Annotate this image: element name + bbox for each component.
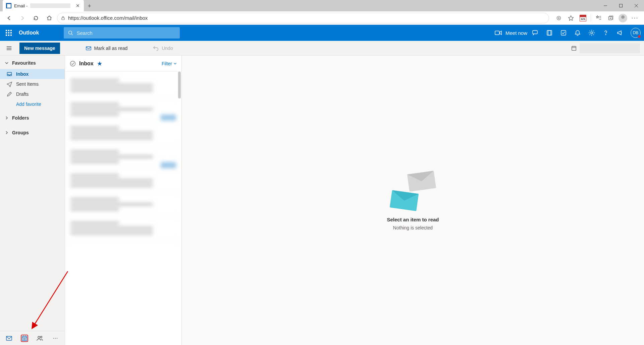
module-mail-button[interactable] [5, 335, 13, 342]
filter-button[interactable]: Filter [162, 61, 177, 66]
commandbar-redacted [580, 43, 640, 53]
tips-icon[interactable] [560, 29, 567, 36]
chevron-right-icon [5, 116, 9, 120]
collections-button[interactable] [605, 12, 616, 24]
brand-label[interactable]: Outlook [19, 30, 39, 36]
mark-all-read-label: Mark all as read [94, 46, 128, 51]
add-page-button[interactable] [553, 12, 565, 24]
tab-close-icon[interactable]: ✕ [75, 3, 80, 8]
module-more-button[interactable]: ··· [52, 335, 59, 342]
lock-icon [61, 16, 65, 20]
message-item-redacted[interactable] [68, 121, 178, 145]
message-list[interactable] [65, 72, 181, 345]
message-item-redacted[interactable] [68, 193, 178, 216]
module-calendar-button[interactable] [21, 335, 28, 342]
help-icon[interactable] [602, 29, 609, 36]
envelope-grey-icon [407, 170, 436, 192]
select-all-icon[interactable] [70, 61, 76, 67]
nav-item-sent[interactable]: Sent Items [0, 79, 65, 89]
svg-rect-20 [533, 30, 537, 34]
svg-point-45 [70, 61, 75, 66]
app-launcher-button[interactable] [3, 27, 14, 38]
nav-refresh-button[interactable] [30, 12, 42, 24]
search-box[interactable] [64, 27, 180, 39]
nav-item-inbox[interactable]: Inbox [0, 69, 65, 79]
nav-item-drafts[interactable]: Drafts [0, 89, 65, 99]
svg-line-35 [34, 271, 68, 325]
message-list-pane: Inbox ★ Filter [65, 56, 182, 345]
favourites-label: Favourites [12, 60, 36, 66]
toolbar-divider [591, 14, 591, 22]
favourites-header[interactable]: Favourites [0, 57, 65, 69]
chevron-down-icon [5, 61, 9, 65]
my-day-icon[interactable] [546, 29, 553, 36]
groups-label: Groups [12, 130, 29, 135]
megaphone-icon[interactable] [616, 29, 623, 36]
window-close-button[interactable] [629, 0, 644, 11]
settings-icon[interactable] [588, 29, 595, 36]
empty-state-illustration [389, 170, 436, 211]
window-maximize-button[interactable] [613, 0, 629, 11]
add-favorite-link[interactable]: Add favorite [0, 99, 65, 109]
profile-button[interactable] [617, 12, 629, 24]
nav-item-label: Drafts [16, 91, 29, 97]
empty-state-sub: Nothing is selected [393, 225, 433, 230]
teams-chat-icon[interactable] [532, 29, 539, 36]
svg-rect-21 [547, 30, 552, 35]
favorite-star-button[interactable] [565, 12, 577, 24]
calendar-extension-icon[interactable]: 121 [577, 12, 589, 24]
pencil-icon [7, 91, 12, 97]
nav-toggle-button[interactable] [4, 43, 14, 53]
mark-all-read-button[interactable]: Mark all as read [86, 45, 128, 51]
browser-titlebar: Email - ✕ + [0, 0, 644, 11]
chevron-right-icon [5, 131, 9, 135]
list-title: Inbox [79, 61, 94, 67]
groups-header[interactable]: Groups [0, 127, 65, 139]
svg-rect-4 [62, 18, 64, 20]
svg-rect-22 [548, 30, 551, 35]
module-switcher: ··· [0, 331, 65, 345]
scrollbar-thumb[interactable] [178, 72, 181, 98]
favorite-star-icon[interactable]: ★ [97, 60, 102, 67]
nav-back-button[interactable] [3, 12, 15, 24]
svg-rect-36 [6, 336, 12, 340]
reading-pane: Select an item to read Nothing is select… [182, 56, 644, 345]
message-item-redacted[interactable] [68, 74, 178, 97]
message-item-redacted[interactable] [68, 145, 178, 169]
meet-now-button[interactable]: Meet now [495, 30, 527, 36]
svg-point-24 [591, 32, 593, 34]
browser-tab[interactable]: Email - ✕ [3, 0, 84, 11]
send-icon [7, 81, 12, 87]
browser-right-icons: 121 ··· [553, 12, 641, 24]
nav-item-label: Inbox [16, 71, 29, 77]
svg-line-17 [72, 34, 73, 35]
folders-header[interactable]: Folders [0, 112, 65, 124]
add-favorite-label: Add favorite [16, 101, 41, 107]
undo-button[interactable]: Undo [153, 45, 173, 51]
undo-icon [153, 45, 159, 51]
browser-menu-button[interactable]: ··· [629, 12, 641, 24]
new-tab-button[interactable]: + [84, 1, 95, 11]
window: Email - ✕ + https://outlook.office.com/m… [0, 0, 644, 345]
module-people-button[interactable] [36, 335, 44, 342]
meet-now-label: Meet now [505, 30, 527, 36]
outlook-favicon-icon [6, 3, 11, 8]
svg-point-16 [69, 31, 72, 34]
favorites-list-button[interactable] [593, 12, 604, 24]
window-minimize-button[interactable] [598, 0, 613, 11]
nav-forward-button[interactable] [17, 12, 28, 24]
svg-rect-23 [561, 30, 566, 35]
message-list-header: Inbox ★ Filter [65, 56, 181, 72]
address-bar[interactable]: https://outlook.office.com/mail/inbox [57, 13, 549, 23]
waffle-icon [6, 30, 12, 36]
notifications-icon[interactable] [574, 29, 581, 36]
search-input[interactable] [76, 30, 176, 36]
message-item-redacted[interactable] [68, 97, 178, 121]
me-avatar[interactable]: DB [631, 28, 641, 38]
nav-home-button[interactable] [44, 12, 55, 24]
message-item-redacted[interactable] [68, 216, 178, 240]
undo-label: Undo [162, 46, 173, 51]
calendar-peek-icon[interactable] [571, 45, 577, 51]
new-message-button[interactable]: New message [19, 43, 60, 54]
message-item-redacted[interactable] [68, 169, 178, 193]
